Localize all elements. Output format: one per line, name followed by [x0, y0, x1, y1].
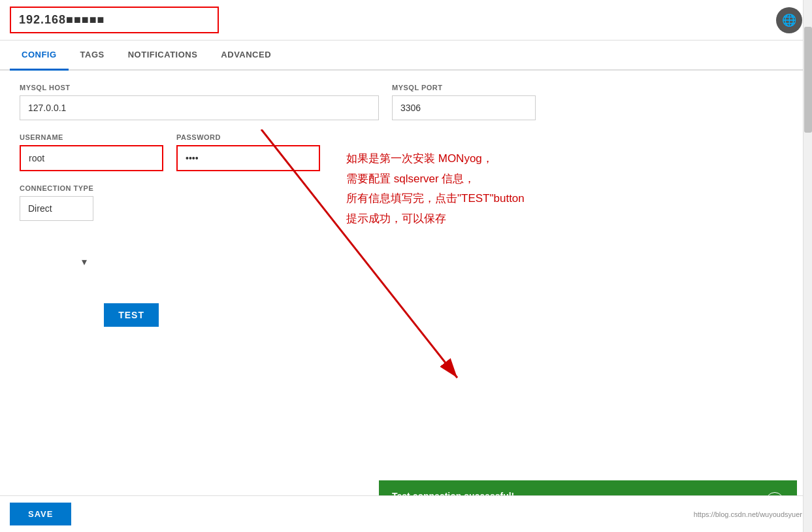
- tab-tags[interactable]: TAGS: [69, 41, 116, 71]
- username-input[interactable]: [20, 145, 163, 171]
- username-label: USERNAME: [20, 133, 163, 141]
- mysql-host-label: MYSQL HOST: [20, 84, 379, 91]
- connection-type-group: CONNECTION TYPE Direct SSH SSL ▾: [20, 184, 93, 327]
- form-section: MYSQL HOST MYSQL PORT USERNAME PASSWORD …: [20, 84, 536, 502]
- bottom-bar: SAVE https://blog.csdn.net/wuyoudsyuer: [0, 495, 812, 532]
- connection-type-label: CONNECTION TYPE: [20, 184, 93, 192]
- chevron-down-icon: ▾: [82, 256, 87, 268]
- connection-type-select[interactable]: Direct SSH SSL: [20, 196, 93, 221]
- tab-notifications[interactable]: NOTIFICATIONS: [116, 41, 210, 71]
- mysql-port-group: MYSQL PORT: [392, 84, 536, 120]
- scrollbar-thumb[interactable]: [804, 27, 812, 133]
- save-button[interactable]: SAVE: [10, 503, 71, 525]
- host-port-row: MYSQL HOST MYSQL PORT: [20, 84, 536, 120]
- bottom-url: https://blog.csdn.net/wuyoudsyuer: [694, 510, 802, 518]
- mysql-port-input[interactable]: [392, 95, 536, 120]
- tab-advanced[interactable]: ADVANCED: [209, 41, 283, 71]
- main-content: MYSQL HOST MYSQL PORT USERNAME PASSWORD …: [0, 71, 812, 515]
- connection-type-select-wrapper: Direct SSH SSL ▾: [20, 196, 93, 327]
- mysql-host-group: MYSQL HOST: [20, 84, 379, 120]
- scrollbar-track[interactable]: [803, 0, 812, 532]
- password-group: PASSWORD: [176, 133, 320, 171]
- password-input[interactable]: [176, 145, 320, 171]
- mysql-port-label: MYSQL PORT: [392, 84, 536, 91]
- avatar-icon: 🌐: [776, 7, 802, 33]
- connection-type-row: CONNECTION TYPE Direct SSH SSL ▾ TEST: [20, 184, 536, 327]
- password-label: PASSWORD: [176, 133, 320, 141]
- credentials-row: USERNAME PASSWORD: [20, 133, 536, 171]
- top-bar-right: 🌐: [776, 7, 802, 33]
- mysql-host-input[interactable]: [20, 95, 379, 120]
- tabs-bar: CONFIG TAGS NOTIFICATIONS ADVANCED: [0, 41, 812, 71]
- username-group: USERNAME: [20, 133, 163, 171]
- tab-config[interactable]: CONFIG: [10, 41, 69, 71]
- test-button[interactable]: TEST: [104, 303, 159, 327]
- ip-address-input[interactable]: [10, 7, 219, 33]
- top-bar: 🌐: [0, 0, 812, 41]
